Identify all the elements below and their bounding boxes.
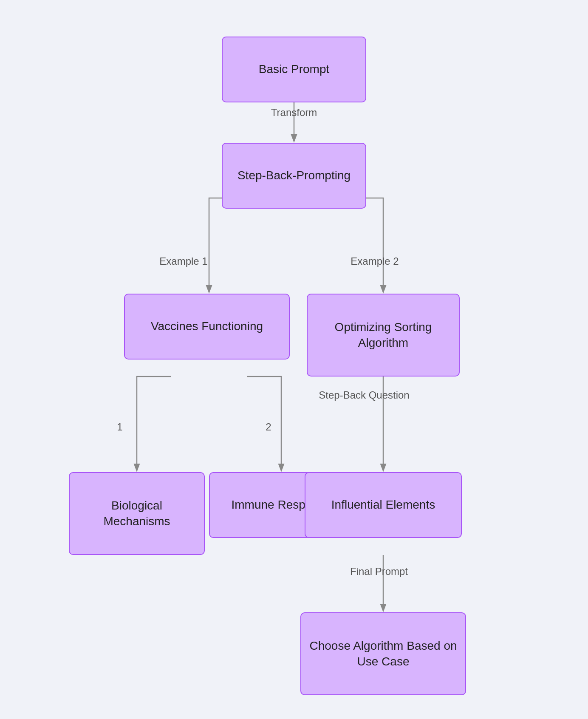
biological-mechanisms-node: Biological Mechanisms: [69, 472, 205, 555]
step-back-prompting-node: Step-Back-Prompting: [222, 143, 366, 209]
diagram: Basic Prompt Transform Step-Back-Prompti…: [60, 20, 528, 699]
choose-algorithm-node: Choose Algorithm Based on Use Case: [300, 612, 466, 695]
basic-prompt-node: Basic Prompt: [222, 37, 366, 102]
optimizing-sorting-algorithm-node: Optimizing Sorting Algorithm: [307, 294, 460, 376]
vaccines-functioning-node: Vaccines Functioning: [124, 294, 290, 360]
transform-label: Transform: [264, 107, 324, 119]
example1-label: Example 1: [154, 255, 213, 267]
step-back-question-label: Step-Back Question: [317, 389, 411, 401]
num1-label: 1: [107, 421, 133, 433]
influential-elements-node: Influential Elements: [305, 472, 462, 538]
example2-label: Example 2: [345, 255, 404, 267]
final-prompt-label: Final Prompt: [336, 566, 421, 577]
num2-label: 2: [256, 421, 281, 433]
